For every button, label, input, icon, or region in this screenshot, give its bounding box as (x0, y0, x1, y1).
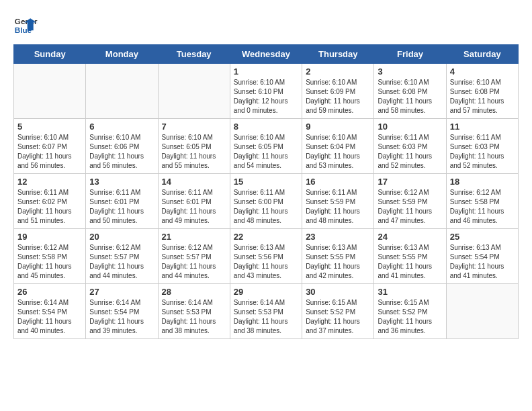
day-cell: 15Sunrise: 6:11 AM Sunset: 6:00 PM Dayli… (230, 174, 302, 229)
day-info: Sunrise: 6:11 AM Sunset: 6:03 PM Dayligh… (378, 133, 442, 171)
day-info: Sunrise: 6:10 AM Sunset: 6:05 PM Dayligh… (162, 133, 226, 171)
day-cell: 28Sunrise: 6:14 AM Sunset: 5:53 PM Dayli… (158, 284, 230, 339)
day-number: 20 (89, 232, 154, 242)
day-info: Sunrise: 6:15 AM Sunset: 5:52 PM Dayligh… (306, 298, 370, 336)
day-cell: 20Sunrise: 6:12 AM Sunset: 5:57 PM Dayli… (86, 229, 158, 284)
day-info: Sunrise: 6:10 AM Sunset: 6:09 PM Dayligh… (306, 78, 370, 116)
day-number: 23 (306, 232, 370, 242)
day-header-wednesday: Wednesday (230, 45, 302, 64)
day-cell: 24Sunrise: 6:13 AM Sunset: 5:55 PM Dayli… (374, 229, 446, 284)
week-row-5: 26Sunrise: 6:14 AM Sunset: 5:54 PM Dayli… (14, 284, 519, 339)
day-info: Sunrise: 6:13 AM Sunset: 5:56 PM Dayligh… (234, 243, 298, 281)
day-info: Sunrise: 6:12 AM Sunset: 5:59 PM Dayligh… (378, 188, 442, 226)
day-number: 27 (89, 287, 154, 297)
day-number: 31 (378, 287, 442, 297)
day-cell: 22Sunrise: 6:13 AM Sunset: 5:56 PM Dayli… (230, 229, 302, 284)
day-info: Sunrise: 6:14 AM Sunset: 5:53 PM Dayligh… (234, 298, 298, 336)
day-cell: 8Sunrise: 6:10 AM Sunset: 6:05 PM Daylig… (230, 119, 302, 174)
week-row-1: 1Sunrise: 6:10 AM Sunset: 6:10 PM Daylig… (14, 64, 519, 119)
day-number: 17 (378, 177, 442, 187)
header: General Blue (13, 13, 519, 38)
day-number: 18 (450, 177, 515, 187)
day-number: 3 (378, 66, 442, 77)
day-header-thursday: Thursday (302, 45, 374, 64)
day-number: 11 (450, 122, 515, 132)
day-info: Sunrise: 6:13 AM Sunset: 5:55 PM Dayligh… (378, 243, 442, 281)
day-number: 26 (17, 287, 82, 297)
day-number: 30 (306, 287, 370, 297)
day-cell: 23Sunrise: 6:13 AM Sunset: 5:55 PM Dayli… (302, 229, 374, 284)
day-cell: 29Sunrise: 6:14 AM Sunset: 5:53 PM Dayli… (230, 284, 302, 339)
day-cell: 3Sunrise: 6:10 AM Sunset: 6:08 PM Daylig… (374, 64, 446, 119)
day-info: Sunrise: 6:12 AM Sunset: 5:57 PM Dayligh… (89, 243, 154, 281)
day-number: 21 (162, 232, 226, 242)
day-info: Sunrise: 6:12 AM Sunset: 5:57 PM Dayligh… (162, 243, 226, 281)
day-number: 10 (378, 122, 442, 132)
day-cell: 14Sunrise: 6:11 AM Sunset: 6:01 PM Dayli… (158, 174, 230, 229)
day-number: 2 (306, 66, 370, 77)
day-info: Sunrise: 6:11 AM Sunset: 5:59 PM Dayligh… (306, 188, 370, 226)
day-info: Sunrise: 6:13 AM Sunset: 5:54 PM Dayligh… (450, 243, 515, 281)
day-cell: 12Sunrise: 6:11 AM Sunset: 6:02 PM Dayli… (14, 174, 86, 229)
day-info: Sunrise: 6:10 AM Sunset: 6:06 PM Dayligh… (89, 133, 154, 171)
day-cell: 5Sunrise: 6:10 AM Sunset: 6:07 PM Daylig… (14, 119, 86, 174)
day-info: Sunrise: 6:11 AM Sunset: 6:01 PM Dayligh… (162, 188, 226, 226)
day-number: 1 (234, 66, 298, 77)
day-info: Sunrise: 6:12 AM Sunset: 5:58 PM Dayligh… (17, 243, 82, 281)
day-cell: 1Sunrise: 6:10 AM Sunset: 6:10 PM Daylig… (230, 64, 302, 119)
day-header-saturday: Saturday (446, 45, 518, 64)
day-number: 7 (162, 122, 226, 132)
day-info: Sunrise: 6:15 AM Sunset: 5:52 PM Dayligh… (378, 298, 442, 336)
day-info: Sunrise: 6:11 AM Sunset: 6:02 PM Dayligh… (17, 188, 82, 226)
day-info: Sunrise: 6:13 AM Sunset: 5:55 PM Dayligh… (306, 243, 370, 281)
day-number: 6 (89, 122, 154, 132)
day-cell: 6Sunrise: 6:10 AM Sunset: 6:06 PM Daylig… (86, 119, 158, 174)
day-number: 8 (234, 122, 298, 132)
week-row-3: 12Sunrise: 6:11 AM Sunset: 6:02 PM Dayli… (14, 174, 519, 229)
day-info: Sunrise: 6:11 AM Sunset: 6:03 PM Dayligh… (450, 133, 515, 171)
day-info: Sunrise: 6:14 AM Sunset: 5:54 PM Dayligh… (17, 298, 82, 336)
day-cell: 9Sunrise: 6:10 AM Sunset: 6:04 PM Daylig… (302, 119, 374, 174)
day-header-sunday: Sunday (14, 45, 86, 64)
day-number: 25 (450, 232, 515, 242)
day-number: 13 (89, 177, 154, 187)
day-info: Sunrise: 6:10 AM Sunset: 6:07 PM Dayligh… (17, 133, 82, 171)
day-cell: 17Sunrise: 6:12 AM Sunset: 5:59 PM Dayli… (374, 174, 446, 229)
day-header-tuesday: Tuesday (158, 45, 230, 64)
day-info: Sunrise: 6:10 AM Sunset: 6:08 PM Dayligh… (450, 78, 515, 116)
day-number: 12 (17, 177, 82, 187)
day-cell: 25Sunrise: 6:13 AM Sunset: 5:54 PM Dayli… (446, 229, 518, 284)
day-number: 19 (17, 232, 82, 242)
week-row-4: 19Sunrise: 6:12 AM Sunset: 5:58 PM Dayli… (14, 229, 519, 284)
day-info: Sunrise: 6:12 AM Sunset: 5:58 PM Dayligh… (450, 188, 515, 226)
day-header-friday: Friday (374, 45, 446, 64)
day-info: Sunrise: 6:11 AM Sunset: 6:01 PM Dayligh… (89, 188, 154, 226)
day-cell (86, 64, 158, 119)
day-number: 28 (162, 287, 226, 297)
day-cell: 19Sunrise: 6:12 AM Sunset: 5:58 PM Dayli… (14, 229, 86, 284)
day-number: 29 (234, 287, 298, 297)
day-number: 14 (162, 177, 226, 187)
day-number: 15 (234, 177, 298, 187)
day-cell: 27Sunrise: 6:14 AM Sunset: 5:54 PM Dayli… (86, 284, 158, 339)
day-cell: 21Sunrise: 6:12 AM Sunset: 5:57 PM Dayli… (158, 229, 230, 284)
day-cell: 2Sunrise: 6:10 AM Sunset: 6:09 PM Daylig… (302, 64, 374, 119)
day-info: Sunrise: 6:10 AM Sunset: 6:04 PM Dayligh… (306, 133, 370, 171)
day-number: 5 (17, 122, 82, 132)
day-headers-row: SundayMondayTuesdayWednesdayThursdayFrid… (14, 45, 519, 64)
logo-icon: General Blue (13, 13, 38, 38)
day-header-monday: Monday (86, 45, 158, 64)
day-cell: 26Sunrise: 6:14 AM Sunset: 5:54 PM Dayli… (14, 284, 86, 339)
week-row-2: 5Sunrise: 6:10 AM Sunset: 6:07 PM Daylig… (14, 119, 519, 174)
day-number: 16 (306, 177, 370, 187)
day-cell: 13Sunrise: 6:11 AM Sunset: 6:01 PM Dayli… (86, 174, 158, 229)
day-cell (158, 64, 230, 119)
day-info: Sunrise: 6:11 AM Sunset: 6:00 PM Dayligh… (234, 188, 298, 226)
day-number: 4 (450, 66, 515, 77)
day-info: Sunrise: 6:10 AM Sunset: 6:05 PM Dayligh… (234, 133, 298, 171)
day-cell: 11Sunrise: 6:11 AM Sunset: 6:03 PM Dayli… (446, 119, 518, 174)
day-info: Sunrise: 6:14 AM Sunset: 5:53 PM Dayligh… (162, 298, 226, 336)
day-cell: 4Sunrise: 6:10 AM Sunset: 6:08 PM Daylig… (446, 64, 518, 119)
day-cell: 10Sunrise: 6:11 AM Sunset: 6:03 PM Dayli… (374, 119, 446, 174)
day-cell: 31Sunrise: 6:15 AM Sunset: 5:52 PM Dayli… (374, 284, 446, 339)
